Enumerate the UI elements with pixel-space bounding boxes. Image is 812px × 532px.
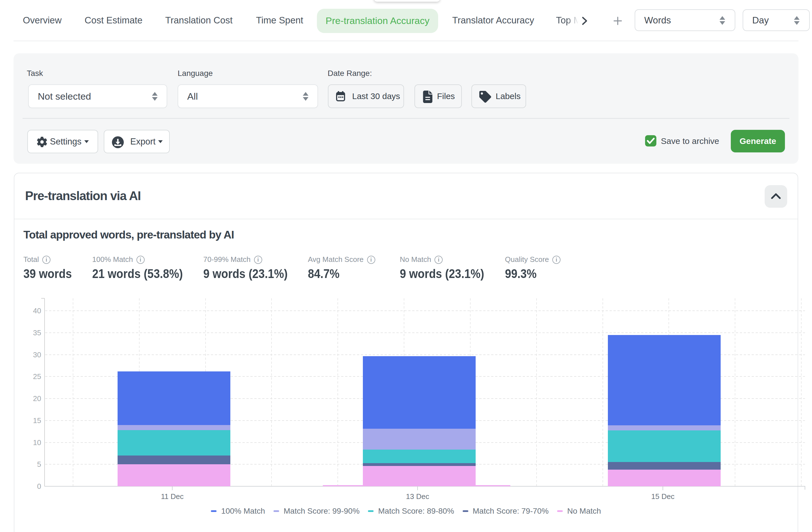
svg-text:25: 25: [33, 372, 41, 381]
svg-text:11 Dec: 11 Dec: [161, 492, 184, 501]
svg-text:5: 5: [37, 460, 41, 468]
svg-text:35: 35: [33, 328, 41, 337]
svg-text:0: 0: [37, 482, 41, 491]
svg-text:20: 20: [33, 394, 41, 403]
svg-text:15 Dec: 15 Dec: [651, 492, 675, 501]
svg-text:13 Dec: 13 Dec: [406, 492, 429, 501]
svg-text:10: 10: [33, 438, 41, 447]
svg-text:15: 15: [33, 416, 41, 425]
svg-text:30: 30: [33, 351, 41, 359]
svg-text:40: 40: [33, 307, 41, 315]
